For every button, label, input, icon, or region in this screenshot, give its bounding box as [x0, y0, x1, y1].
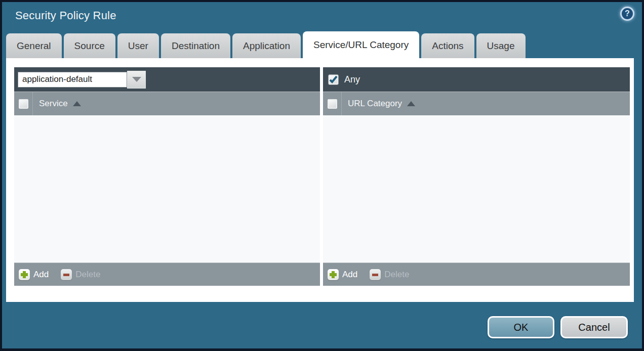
tab-bar: General Source User Destination Applicat… — [6, 31, 526, 58]
tab-source[interactable]: Source — [64, 33, 115, 58]
service-table-body[interactable] — [14, 115, 320, 263]
ok-button[interactable]: OK — [488, 316, 554, 338]
sort-ascending-icon — [73, 101, 81, 106]
service-table-header: Service — [14, 92, 320, 115]
tab-usage[interactable]: Usage — [476, 33, 526, 58]
service-delete-button[interactable]: Delete — [61, 269, 100, 280]
plus-icon — [328, 269, 339, 280]
url-category-delete-label: Delete — [384, 270, 409, 280]
security-policy-rule-dialog: Security Policy Rule ? General Source Us… — [2, 2, 642, 348]
plus-icon — [19, 269, 30, 280]
url-category-table-header: URL Category — [323, 92, 630, 115]
minus-icon — [370, 269, 381, 280]
tab-destination[interactable]: Destination — [161, 33, 230, 58]
service-column-label: Service — [39, 99, 68, 109]
chevron-down-icon — [132, 77, 141, 82]
url-category-table-footer: Add Delete — [323, 263, 630, 286]
tab-user[interactable]: User — [117, 33, 159, 58]
checkmark-icon — [329, 76, 338, 83]
tab-service-url-category[interactable]: Service/URL Category — [303, 31, 419, 58]
service-type-dropdown-value[interactable]: application-default — [18, 72, 127, 87]
tab-application[interactable]: Application — [232, 33, 301, 58]
tab-actions[interactable]: Actions — [421, 33, 474, 58]
service-panel-topbar: application-default — [14, 67, 320, 92]
any-label: Any — [344, 74, 360, 85]
url-category-select-all-checkbox[interactable] — [327, 99, 338, 109]
url-category-add-button[interactable]: Add — [328, 269, 357, 280]
tab-content-service-url-category: application-default Service — [6, 58, 634, 302]
service-select-all-cell — [14, 92, 33, 115]
url-category-column-sort[interactable]: URL Category — [342, 92, 415, 115]
service-column-sort[interactable]: Service — [33, 92, 81, 115]
service-type-dropdown[interactable]: application-default — [18, 71, 146, 89]
service-add-button[interactable]: Add — [19, 269, 49, 280]
tab-general[interactable]: General — [6, 33, 62, 58]
service-type-dropdown-button[interactable] — [127, 71, 146, 89]
url-category-delete-button[interactable]: Delete — [370, 269, 409, 280]
sort-ascending-icon — [407, 101, 415, 106]
url-category-add-label: Add — [342, 270, 357, 280]
minus-icon — [61, 269, 72, 280]
cancel-button[interactable]: Cancel — [560, 316, 628, 338]
service-delete-label: Delete — [75, 270, 100, 280]
service-table-footer: Add Delete — [14, 263, 320, 286]
url-category-panel: Any URL Category Add — [323, 67, 630, 286]
url-category-select-all-cell — [323, 92, 342, 115]
url-category-panel-topbar: Any — [323, 67, 630, 92]
any-checkbox[interactable] — [328, 74, 339, 85]
screenshot-frame: Security Policy Rule ? General Source Us… — [0, 0, 644, 351]
dialog-title: Security Policy Rule — [15, 9, 116, 22]
service-add-label: Add — [33, 270, 49, 280]
url-category-any-toggle[interactable]: Any — [327, 74, 360, 85]
url-category-column-label: URL Category — [348, 99, 402, 109]
service-panel: application-default Service — [14, 67, 320, 286]
service-select-all-checkbox[interactable] — [18, 99, 29, 109]
help-icon[interactable]: ? — [620, 7, 634, 21]
url-category-table-body[interactable] — [323, 115, 630, 263]
